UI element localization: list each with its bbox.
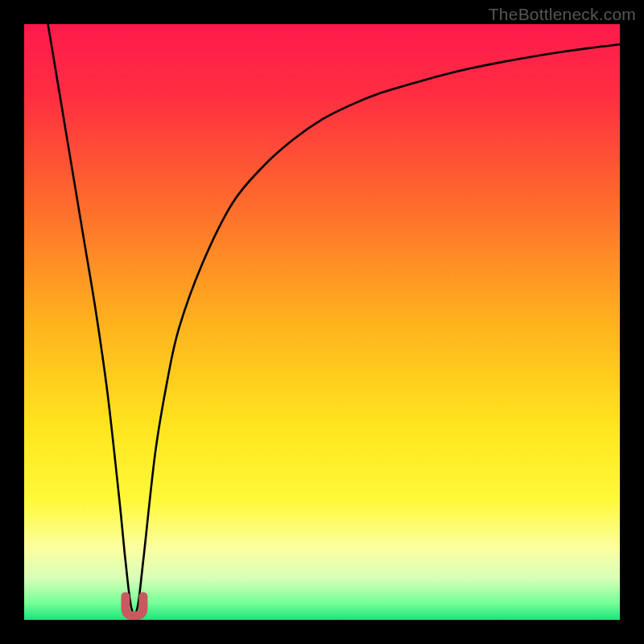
plot-area — [24, 24, 620, 620]
bottleneck-curve — [48, 24, 620, 614]
watermark-text: TheBottleneck.com — [489, 5, 636, 24]
minimum-marker — [126, 597, 143, 616]
curve-layer — [24, 24, 620, 620]
